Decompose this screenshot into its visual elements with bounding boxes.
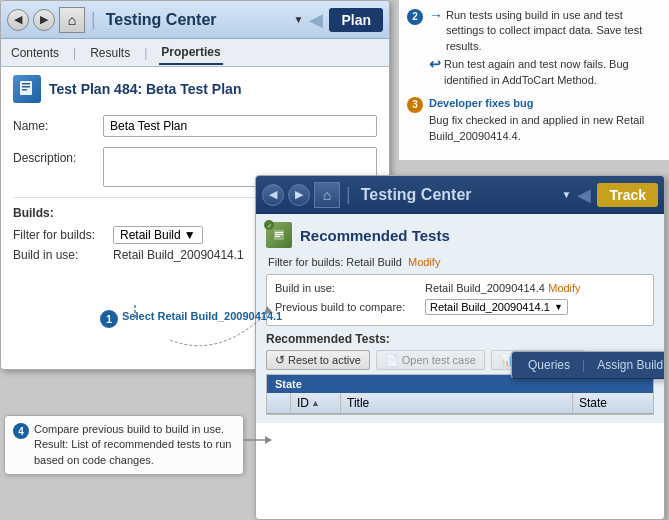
step2-annotation: 2 → Run tests using build in use and tes…	[407, 8, 661, 88]
step2-line2: Run test again and test now fails. Bug i…	[444, 57, 661, 88]
right-app-title: Testing Center	[361, 186, 558, 204]
id-sort-arrow: ▲	[311, 398, 320, 408]
step1-text[interactable]: Select Retail Build_20090414.1	[122, 310, 282, 322]
col-id[interactable]: ID ▲	[291, 393, 341, 413]
right-forward-button[interactable]: ▶	[288, 184, 310, 206]
step3-title: Developer fixes bug	[429, 96, 661, 111]
right-tabs: Queries | Assign Build | Recommended Tes…	[511, 351, 665, 379]
plan-header: Test Plan 484: Beta Test Plan	[13, 75, 377, 103]
right-content: ✓ Recommended Tests Filter for builds: R…	[256, 214, 664, 423]
left-toolbar: ◀ ▶ ⌂ | Testing Center ▼ ◀ Plan	[1, 1, 389, 39]
prev-build-form-row: Previous build to compare: Retail Build_…	[275, 299, 645, 315]
col-title[interactable]: Title	[341, 393, 573, 413]
name-label: Name:	[13, 115, 103, 133]
reset-icon: ↺	[275, 353, 285, 367]
build-in-use-label: Build in use:	[13, 248, 113, 262]
right-build-in-use-label: Build in use:	[275, 282, 425, 294]
col-check	[267, 393, 291, 413]
filter-modify-link[interactable]: Modify	[408, 256, 440, 268]
step3-annotation: 3 Developer fixes bug Bug fix checked in…	[407, 96, 661, 144]
step3-text: Bug fix checked in and applied in new Re…	[429, 113, 661, 144]
step1-annotation: 1 Select Retail Build_20090414.1	[100, 310, 282, 328]
tab-queries[interactable]: Queries	[520, 354, 578, 376]
open-icon: 📄	[385, 354, 399, 367]
open-test-case-button[interactable]: 📄 Open test case	[376, 350, 485, 370]
svg-rect-3	[22, 89, 27, 91]
prev-build-select[interactable]: Retail Build_20090414.1 ▼	[425, 299, 568, 315]
prev-build-dropdown-arrow: ▼	[554, 302, 563, 312]
svg-rect-2	[22, 86, 30, 88]
prev-build-label: Previous build to compare:	[275, 301, 425, 313]
col-state[interactable]: State	[573, 393, 653, 413]
table-header: ID ▲ Title State	[267, 393, 653, 414]
track-badge: Track	[597, 183, 658, 207]
step2-line1: Run tests using build in use and test se…	[446, 8, 661, 54]
filter-bar: Filter for builds: Retail Build Modify	[266, 256, 654, 268]
step2-num: 2	[407, 9, 423, 25]
reset-active-button[interactable]: ↺ Reset to active	[266, 350, 370, 370]
rec-tests-label: Recommended Tests:	[266, 332, 654, 346]
build-in-use-value: Retail Build_20090414.1	[113, 248, 244, 262]
build-form: Build in use: Retail Build_20090414.4 Mo…	[266, 274, 654, 326]
rec-header: ✓ Recommended Tests	[266, 222, 654, 248]
tab-contents[interactable]: Contents	[9, 42, 61, 64]
filter-dropdown[interactable]: Retail Build ▼	[113, 226, 203, 244]
right-build-in-use-modify[interactable]: Modify	[548, 282, 580, 294]
name-row: Name:	[13, 115, 377, 137]
rec-title: Recommended Tests	[300, 227, 450, 244]
prev-build-value: Retail Build_20090414.1	[430, 301, 550, 313]
left-dropdown-arrow[interactable]: ▼	[294, 14, 304, 25]
right-back-button[interactable]: ◀	[262, 184, 284, 206]
name-input[interactable]	[103, 115, 377, 137]
filter-bar-text: Filter for builds: Retail Build	[268, 256, 402, 268]
right-panel: ◀ ▶ ⌂ | Testing Center ▼ ◀ Track Queries…	[255, 175, 665, 520]
tab-assign-build[interactable]: Assign Build	[589, 354, 665, 376]
plan-title: Test Plan 484: Beta Test Plan	[49, 81, 241, 97]
step4-text: Compare previous build to build in use.R…	[34, 422, 235, 468]
back-button[interactable]: ◀	[7, 9, 29, 31]
tab-results[interactable]: Results	[88, 42, 132, 64]
filter-dropdown-arrow: ▼	[184, 228, 196, 242]
right-toolbar: ◀ ▶ ⌂ | Testing Center ▼ ◀ Track	[256, 176, 664, 214]
step3-num: 3	[407, 97, 423, 113]
step4-num: 4	[13, 423, 29, 439]
step4-annotation: 4 Compare previous build to build in use…	[4, 415, 244, 475]
plan-icon	[13, 75, 41, 103]
step1-num: 1	[100, 310, 118, 328]
build-in-use-form-row: Build in use: Retail Build_20090414.4 Mo…	[275, 281, 645, 295]
svg-rect-1	[22, 83, 30, 85]
results-table: State ID ▲ Title State	[266, 374, 654, 415]
description-label: Description:	[13, 147, 103, 165]
forward-button[interactable]: ▶	[33, 9, 55, 31]
plan-badge: Plan	[329, 8, 383, 32]
right-home-button[interactable]: ⌂	[314, 182, 340, 208]
left-tabs: Contents | Results | Properties	[1, 39, 389, 67]
right-build-in-use-value: Retail Build_20090414.4	[425, 282, 545, 294]
home-button[interactable]: ⌂	[59, 7, 85, 33]
annotation-panel: 2 → Run tests using build in use and tes…	[399, 0, 669, 160]
left-app-title: Testing Center	[106, 11, 290, 29]
tab-properties[interactable]: Properties	[159, 41, 222, 65]
right-dropdown-arrow[interactable]: ▼	[562, 189, 572, 200]
filter-label: Filter for builds:	[13, 228, 113, 242]
filter-value: Retail Build	[120, 228, 181, 242]
